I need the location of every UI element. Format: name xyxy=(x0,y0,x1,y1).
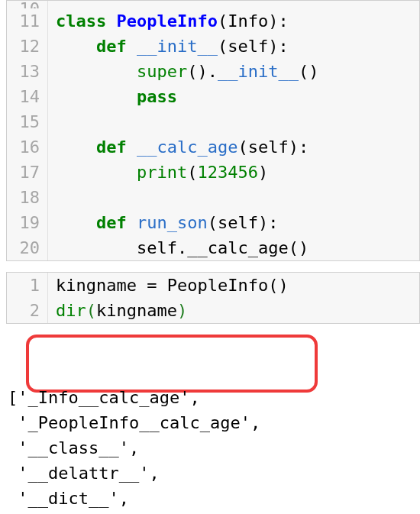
code-text[interactable]: class PeopleInfo(Info): xyxy=(48,8,289,34)
output-line: ['_Info__calc_age', xyxy=(6,385,420,410)
code-text[interactable]: super().__init__() xyxy=(48,59,318,84)
line-number: 20 xyxy=(7,235,48,260)
output-line: '__dir__', xyxy=(6,511,420,514)
line-number: 19 xyxy=(7,210,48,235)
code-line[interactable]: 12 def __init__(self): xyxy=(7,34,419,59)
line-number: 2 xyxy=(7,298,48,323)
code-line[interactable]: 10 xyxy=(7,1,419,8)
line-number: 16 xyxy=(7,134,48,160)
code-cell-2[interactable]: 1kingname = PeopleInfo()2dir(kingname) xyxy=(6,272,420,324)
line-number: 11 xyxy=(7,8,48,34)
output-line: '__dict__', xyxy=(6,486,420,511)
output-line: '__class__', xyxy=(6,435,420,461)
code-line[interactable]: 20 self.__calc_age() xyxy=(7,235,419,260)
code-text[interactable]: def __calc_age(self): xyxy=(48,134,309,160)
code-line[interactable]: 14 pass xyxy=(7,84,419,109)
highlight-annotation xyxy=(26,335,318,393)
code-text[interactable]: self.__calc_age() xyxy=(48,235,309,260)
code-line[interactable]: 16 def __calc_age(self): xyxy=(7,134,419,160)
output-line: '_PeopleInfo__calc_age', xyxy=(6,410,420,435)
code-text[interactable]: def run_son(self): xyxy=(48,210,278,235)
code-line[interactable]: 18 xyxy=(7,185,419,210)
line-number: 10 xyxy=(7,1,48,8)
line-number: 15 xyxy=(7,109,48,134)
code-line[interactable]: 15 xyxy=(7,109,419,134)
line-number: 13 xyxy=(7,59,48,84)
code-text[interactable]: print(123456) xyxy=(48,160,268,185)
code-line[interactable]: 13 super().__init__() xyxy=(7,59,419,84)
code-line[interactable]: 19 def run_son(self): xyxy=(7,210,419,235)
line-number: 18 xyxy=(7,185,48,210)
code-text[interactable]: pass xyxy=(48,84,177,109)
line-number: 12 xyxy=(7,34,48,59)
output-line: '__delattr__', xyxy=(6,461,420,486)
code-line[interactable]: 17 print(123456) xyxy=(7,160,419,185)
code-text[interactable]: dir(kingname) xyxy=(48,298,187,323)
code-text[interactable]: kingname = PeopleInfo() xyxy=(48,273,289,298)
code-line[interactable]: 1kingname = PeopleInfo() xyxy=(7,273,419,298)
line-number: 14 xyxy=(7,84,48,109)
code-line[interactable]: 2dir(kingname) xyxy=(7,298,419,323)
code-cell-1[interactable]: 1011class PeopleInfo(Info):12 def __init… xyxy=(6,0,420,261)
code-text[interactable]: def __init__(self): xyxy=(48,34,289,59)
output-area: ['_Info__calc_age', '_PeopleInfo__calc_a… xyxy=(6,335,420,514)
line-number: 1 xyxy=(7,273,48,298)
code-line[interactable]: 11class PeopleInfo(Info): xyxy=(7,8,419,34)
line-number: 17 xyxy=(7,160,48,185)
